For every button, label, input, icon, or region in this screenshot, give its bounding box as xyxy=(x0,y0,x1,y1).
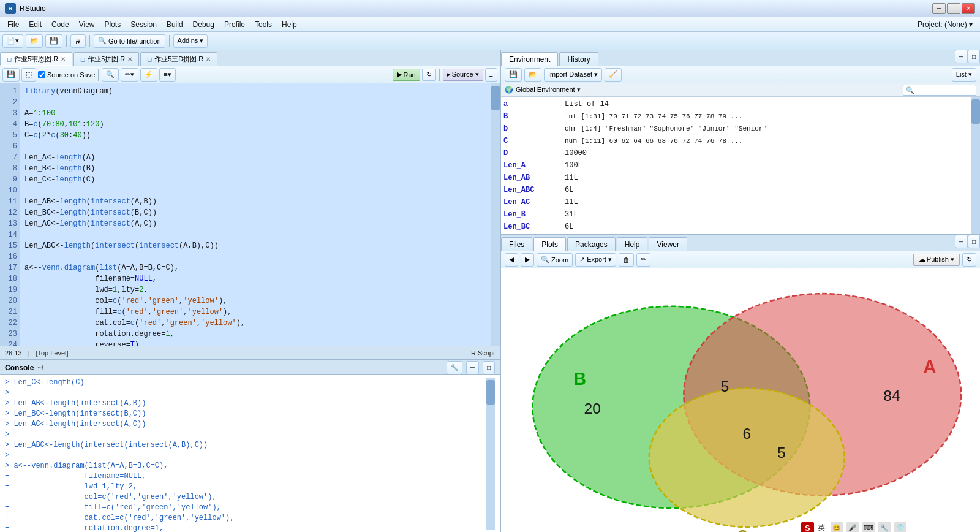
files-maximize-button[interactable]: □ xyxy=(968,235,980,248)
show-in-window-button[interactable]: ⬚ xyxy=(21,68,36,82)
save-file-button[interactable]: 💾 xyxy=(45,34,62,48)
files-minimize-button[interactable]: ─ xyxy=(955,235,968,248)
console-content[interactable]: > Len_C<-length(C) > > Len_AB<-length(in… xyxy=(0,375,500,532)
refresh-plot-button[interactable]: ↻ xyxy=(962,253,976,267)
code-line-14 xyxy=(24,229,486,240)
venn-num-AC: 5 xyxy=(777,444,786,461)
console-path: ~/ xyxy=(37,364,43,371)
publish-button[interactable]: ☁ Publish ▾ xyxy=(913,254,960,266)
code-tools-button[interactable]: ✏▾ xyxy=(121,68,138,82)
project-selector[interactable]: Project: (None) ▾ xyxy=(913,19,978,30)
editor-tab-1[interactable]: ◻ 作业5韦恩图.R ✕ xyxy=(0,52,72,66)
menu-tools[interactable]: Tools xyxy=(250,19,277,30)
console-panel: Console ~/ 🔧 ─ □ > Len_C<-length(C) > > … xyxy=(0,359,500,532)
source-on-save-checkbox[interactable] xyxy=(38,71,45,78)
editor-more-button[interactable]: ≡ xyxy=(485,68,497,82)
env-maximize-button[interactable]: □ xyxy=(968,50,980,63)
tab-icon-2: ◻ xyxy=(80,56,85,63)
tab-close-2[interactable]: ✕ xyxy=(127,56,132,63)
toolbar-separator-2 xyxy=(89,35,90,47)
env-scope-bar: 🌍 Global Environment ▾ xyxy=(501,83,980,97)
console-scrollbar[interactable] xyxy=(486,378,495,530)
console-maximize-button[interactable]: □ xyxy=(483,361,495,374)
clear-workspace-button[interactable]: 🧹 xyxy=(605,68,622,82)
venn-diagram-area: B A C 20 5 6 5 84 xyxy=(501,268,980,532)
code-line-5: C=c(2*c(30:40)) xyxy=(24,130,486,141)
export-button[interactable]: ↗ Export ▾ xyxy=(575,253,616,267)
import-dataset-button[interactable]: Import Dataset ▾ xyxy=(544,68,602,82)
code-line-22: cat.col=c('red','green','yellow'), xyxy=(24,317,486,329)
menu-help[interactable]: Help xyxy=(277,19,302,30)
compile-button[interactable]: ⚡ xyxy=(140,68,157,82)
rerun-button[interactable]: ↻ xyxy=(422,69,436,81)
code-line-18: filename=NULL, xyxy=(24,273,486,284)
menu-debug[interactable]: Debug xyxy=(188,19,219,30)
load-workspace-button[interactable]: 📂 xyxy=(524,68,541,82)
env-tabs: Environment History ─ □ xyxy=(501,50,980,66)
tab-close-1[interactable]: ✕ xyxy=(61,56,66,63)
plots-next-button[interactable]: ▶ xyxy=(521,253,534,267)
console-title: Console xyxy=(5,363,34,372)
close-button[interactable]: ✕ xyxy=(962,3,975,14)
tab-close-3[interactable]: ✕ xyxy=(206,56,211,63)
env-search-input[interactable] xyxy=(903,85,976,96)
print-button[interactable]: 🖨 xyxy=(70,34,86,48)
file-type: R Script xyxy=(471,349,495,357)
minimize-button[interactable]: ─ xyxy=(932,3,946,14)
editor-tab-2[interactable]: ◻ 作业5拼图.R ✕ xyxy=(74,52,139,66)
edit-plot-button[interactable]: ✏ xyxy=(636,253,650,267)
menu-build[interactable]: Build xyxy=(162,19,188,30)
ed-sep-2 xyxy=(439,69,440,81)
console-clear-button[interactable]: 🔧 xyxy=(447,361,462,374)
console-minimize-button[interactable]: ─ xyxy=(466,361,479,374)
list-view-button[interactable]: List ▾ xyxy=(952,68,976,82)
help-tab[interactable]: Help xyxy=(617,237,648,251)
env-minimize-button[interactable]: ─ xyxy=(955,50,968,63)
source-button[interactable]: ▸ Source ▾ Source ▾ xyxy=(443,69,483,81)
code-scrollbar[interactable] xyxy=(491,83,500,346)
run-button[interactable]: ▶ ▶ Run Run xyxy=(393,69,420,81)
maximize-button[interactable]: □ xyxy=(947,3,960,14)
menu-edit[interactable]: Edit xyxy=(24,19,47,30)
console-scrollbar-thumb[interactable] xyxy=(486,380,495,405)
code-editor[interactable]: library(vennDiagram) A=1:100 B=c(70:80,1… xyxy=(20,83,491,346)
history-tab[interactable]: History xyxy=(559,52,598,66)
packages-tab[interactable]: Packages xyxy=(567,237,616,251)
menu-file[interactable]: File xyxy=(2,19,24,30)
options-button[interactable]: ≡▾ xyxy=(159,68,175,82)
viewer-tab[interactable]: Viewer xyxy=(649,237,687,251)
environment-tab[interactable]: Environment xyxy=(501,52,558,66)
env-scrollbar[interactable] xyxy=(971,97,980,234)
save-script-button[interactable]: 💾 xyxy=(2,68,20,82)
menu-session[interactable]: Session xyxy=(126,19,162,30)
open-file-button[interactable]: 📂 xyxy=(26,34,43,48)
code-line-24: reverse=T) xyxy=(24,340,486,346)
titlebar: R RStudio ─ □ ✕ xyxy=(0,0,980,17)
delete-plot-button[interactable]: 🗑 xyxy=(619,253,634,267)
menu-plots[interactable]: Plots xyxy=(100,19,126,30)
menubar: File Edit Code View Plots Session Build … xyxy=(0,17,980,32)
addins-button[interactable]: Addins ▾ xyxy=(173,34,208,48)
env-scrollbar-thumb[interactable] xyxy=(971,99,980,124)
goto-icon: 🔍 xyxy=(98,37,107,45)
menu-profile[interactable]: Profile xyxy=(219,19,250,30)
code-line-1: library(vennDiagram) xyxy=(24,86,486,97)
env-scope-selector[interactable]: Global Environment ▾ xyxy=(516,86,581,94)
left-panel: ◻ 作业5韦恩图.R ✕ ◻ 作业5拼图.R ✕ ◻ 作业5三D拼图.R ✕ 💾… xyxy=(0,50,501,532)
menu-view[interactable]: View xyxy=(74,19,100,30)
find-button[interactable]: 🔍 xyxy=(102,68,119,82)
goto-file-button[interactable]: 🔍 Go to file/function xyxy=(94,34,165,48)
zoom-button[interactable]: 🔍 Zoom xyxy=(537,253,573,267)
app-title: RStudio xyxy=(20,4,46,13)
plots-tab[interactable]: Plots xyxy=(533,237,566,251)
plots-prev-button[interactable]: ◀ xyxy=(505,253,518,267)
save-workspace-button[interactable]: 💾 xyxy=(505,68,522,82)
code-line-23: rotation.degree=1, xyxy=(24,329,486,340)
new-file-button[interactable]: 📄▾ xyxy=(2,34,23,48)
files-tab[interactable]: Files xyxy=(501,237,532,251)
run-icon: ▶ xyxy=(397,70,402,78)
code-scrollbar-thumb[interactable] xyxy=(491,86,500,110)
editor-tab-3[interactable]: ◻ 作业5三D拼图.R ✕ xyxy=(140,52,217,66)
menu-code[interactable]: Code xyxy=(47,19,74,30)
editor-toolbar: 💾 ⬚ Source on Save 🔍 ✏▾ ⚡ ≡▾ ▶ ▶ Run Run… xyxy=(0,66,500,83)
